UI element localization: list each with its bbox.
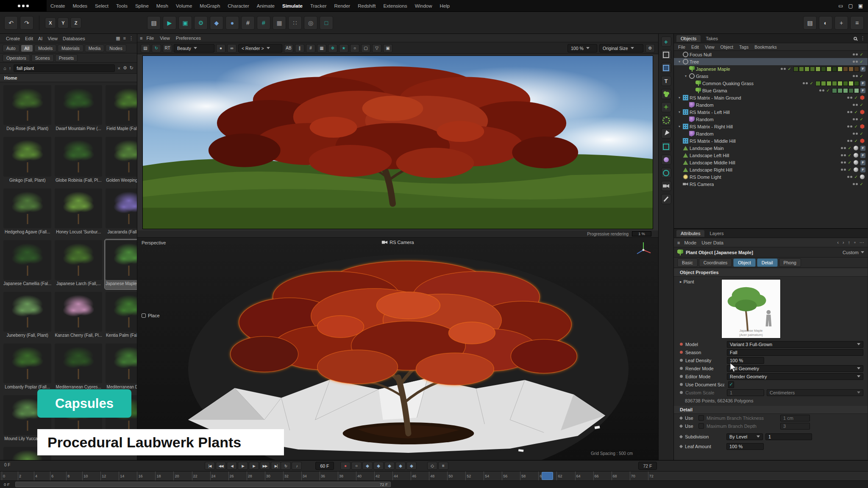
menu-item[interactable]: Tools: [112, 0, 131, 12]
next-frame-button[interactable]: ▶: [249, 462, 259, 470]
render-visibility-dot[interactable]: [844, 161, 846, 164]
redshift-object-tag-icon[interactable]: [860, 124, 865, 129]
active-camera-label[interactable]: RS Camera: [381, 240, 414, 245]
parameter-diamond-icon[interactable]: [679, 416, 683, 419]
material-swatch[interactable]: [843, 81, 848, 86]
snap-button[interactable]: #: [241, 16, 255, 30]
expand-caret[interactable]: ▸: [680, 280, 682, 284]
enable-check-icon[interactable]: ✓: [854, 110, 858, 114]
fields-button[interactable]: ◎: [304, 16, 317, 30]
clear-search-icon[interactable]: ×: [117, 66, 120, 71]
editor-visibility-dot[interactable]: [853, 118, 855, 120]
material-swatch[interactable]: [837, 67, 843, 72]
menu-item[interactable]: Extensions: [379, 0, 411, 12]
menu-item[interactable]: Volume: [172, 0, 196, 12]
field-tag-badge[interactable]: F: [860, 160, 865, 165]
forward-icon[interactable]: ›: [843, 240, 844, 245]
keyframe-button[interactable]: ◆: [210, 16, 223, 30]
field-value[interactable]: Full Geometry: [727, 365, 863, 372]
menu-item[interactable]: Window: [411, 0, 436, 12]
solo-button[interactable]: ◇: [427, 462, 437, 470]
undo-icon[interactable]: ↶: [4, 16, 18, 30]
enable-check-icon[interactable]: ✓: [860, 117, 863, 122]
menu-item[interactable]: Tags: [737, 43, 751, 51]
asset-item[interactable]: Field Maple (Fall, Plant): [105, 84, 137, 134]
redshift-object-tag-icon[interactable]: [860, 95, 865, 100]
zoom-dropdown[interactable]: 100 %: [568, 44, 597, 53]
deformer-icon[interactable]: [661, 155, 671, 165]
snap-pixel-icon[interactable]: #: [306, 44, 315, 53]
plant-preview-thumbnail[interactable]: Japanese Maple (Acer palmatum): [721, 279, 781, 338]
editor-visibility-dot[interactable]: [847, 140, 849, 142]
menu-item[interactable]: Simulate: [278, 0, 306, 12]
script-manager-icon[interactable]: ≡: [850, 16, 864, 30]
field-tag-badge[interactable]: F: [860, 88, 865, 93]
menu-item[interactable]: Animate: [253, 0, 278, 12]
custom-preset[interactable]: Custom: [843, 250, 864, 255]
material-swatch[interactable]: [799, 67, 804, 72]
editor-visibility-dot[interactable]: [841, 147, 843, 149]
asset-item[interactable]: Japanese Maple (Fall, ...: [105, 239, 137, 289]
menu-item[interactable]: Preferences: [173, 34, 204, 42]
panel-tab[interactable]: Attributes: [676, 230, 704, 237]
material-swatch[interactable]: [832, 67, 837, 72]
asset-item[interactable]: Ginkgo (Fall, Plant): [3, 136, 52, 186]
field-value[interactable]: Variant 3 Full-Grown: [727, 341, 863, 348]
list-view-icon[interactable]: ≡: [123, 36, 126, 41]
object-row[interactable]: Landscape Main ✓ F: [674, 144, 868, 152]
key-position-button[interactable]: ◆: [362, 462, 373, 470]
field-tag-badge[interactable]: F: [860, 67, 865, 72]
sub-tab[interactable]: Operators: [3, 54, 30, 62]
section-tab[interactable]: Phong: [779, 258, 801, 267]
editor-visibility-dot[interactable]: [841, 154, 843, 156]
filter-icon[interactable]: ▽: [372, 44, 381, 53]
material-swatch[interactable]: [849, 81, 854, 86]
menu-item[interactable]: Select: [91, 0, 112, 12]
menu-item[interactable]: Spline: [131, 0, 153, 12]
object-row[interactable]: ▾ Grass ✓: [674, 72, 868, 80]
object-row[interactable]: Focus Null ✓: [674, 51, 868, 58]
refresh-icon[interactable]: ↻: [130, 65, 134, 71]
menu-item[interactable]: Databases: [60, 34, 88, 43]
render-visibility-dot[interactable]: [856, 61, 858, 63]
sub-tab[interactable]: Scenes: [31, 54, 54, 62]
panel-tab[interactable]: Layers: [705, 230, 728, 237]
editor-visibility-dot[interactable]: [819, 89, 821, 92]
material-swatch[interactable]: [849, 88, 854, 93]
material-swatch[interactable]: [821, 81, 826, 86]
picture-viewer-icon[interactable]: ▤: [803, 16, 817, 30]
loop-mode-button[interactable]: ↻: [281, 462, 291, 470]
asset-item[interactable]: Hedgehog Agave (Fall...: [3, 188, 52, 238]
render-picture-viewer-button[interactable]: ▣: [178, 16, 192, 30]
render-view-button[interactable]: ▶: [163, 16, 176, 30]
animation-dot-icon[interactable]: [680, 391, 683, 394]
menu-item[interactable]: Create: [3, 34, 22, 43]
field-unit-dropdown[interactable]: Centimeters: [767, 389, 863, 396]
rt-toggle-button[interactable]: RT: [163, 44, 172, 53]
autokey-ring-button[interactable]: ○: [351, 462, 362, 470]
mograph-button[interactable]: ∷: [288, 16, 302, 30]
menu-item[interactable]: Render: [330, 0, 354, 12]
renderview-settings-icon[interactable]: ⚙: [645, 44, 655, 53]
field-value[interactable]: Render Geometry: [727, 373, 863, 380]
key-rotation-button[interactable]: ◆: [384, 462, 395, 470]
back-icon[interactable]: ‹: [837, 240, 839, 245]
enable-check-icon[interactable]: ✓: [788, 67, 791, 71]
detail-field-value[interactable]: 3: [780, 423, 810, 430]
key-pla-button[interactable]: ◆: [406, 462, 417, 470]
expand-caret[interactable]: ▾: [677, 110, 682, 114]
object-row[interactable]: Common Quaking Grass ✓ F: [674, 80, 868, 87]
material-swatch[interactable]: [826, 67, 832, 72]
phong-tag-icon[interactable]: [854, 160, 858, 165]
object-row[interactable]: RS Camera ✓: [674, 180, 868, 188]
expand-caret[interactable]: ▾: [677, 60, 682, 64]
asset-item[interactable]: Kentia Palm (Fall, Plant): [105, 291, 137, 341]
animation-dot-icon[interactable]: [680, 351, 683, 354]
filter-tab[interactable]: Media: [85, 44, 105, 52]
cells-icon[interactable]: ▦: [317, 44, 326, 53]
menu-item[interactable]: Object: [718, 43, 736, 51]
detail-field-value[interactable]: 1 cm: [780, 415, 810, 421]
object-row[interactable]: ▾ RS Matrix - Left Hill ✓: [674, 108, 868, 116]
asset-item[interactable]: Japanese Camellia (Fal...: [3, 239, 52, 289]
previous-frame-button[interactable]: ◀: [227, 462, 237, 470]
